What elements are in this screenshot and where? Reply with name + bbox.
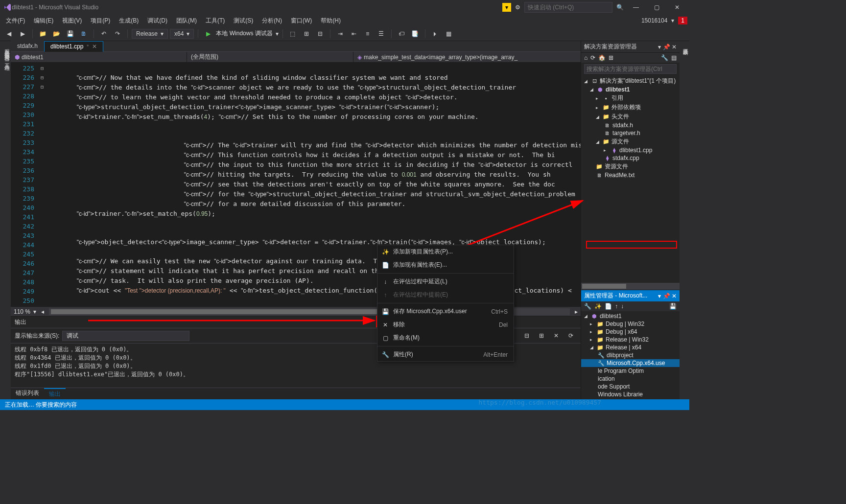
notification-count[interactable]: 1	[678, 17, 687, 24]
ctx-remove[interactable]: ✕移除Del	[377, 318, 514, 331]
save-button[interactable]: 💾	[64, 28, 76, 40]
menu-project[interactable]: 项目(P)	[87, 16, 114, 26]
prop-release-x64: ◢📁Release | x64	[581, 344, 680, 351]
save-all-button[interactable]: 🗎	[78, 28, 90, 40]
menu-debug[interactable]: 调试(D)	[143, 16, 171, 26]
close-button[interactable]: ✕	[669, 1, 685, 14]
tb-icon-7[interactable]: ☰	[376, 28, 387, 40]
tb-icon-1[interactable]: ⬚	[287, 28, 299, 40]
tab-dlibtest1[interactable]: dlibtest1.cpp⁺✕	[44, 41, 103, 52]
open-file-button[interactable]: 📂	[50, 28, 62, 40]
tb-icon-11[interactable]: ▦	[443, 28, 455, 40]
feedback-icon[interactable]: ⚙	[515, 4, 520, 11]
menu-tools[interactable]: 工具(T)	[202, 16, 229, 26]
right-tool-rail[interactable]: 诊断工具	[680, 41, 689, 399]
se-refresh-icon[interactable]: ⟳	[590, 54, 595, 61]
menu-team[interactable]: 团队(M)	[172, 16, 201, 26]
tab-output[interactable]: 输出	[44, 388, 66, 399]
tab-errorlist[interactable]: 错误列表	[11, 388, 44, 399]
menu-help[interactable]: 帮助(H)	[317, 16, 345, 26]
save-prop-icon[interactable]: 💾	[669, 303, 677, 310]
menu-window[interactable]: 窗口(W)	[287, 16, 316, 26]
fold-gutter[interactable]: ⊟ ⊟ ⊟	[38, 63, 46, 306]
nav-scope[interactable]: (全局范围)	[187, 52, 353, 62]
left-tool-rail[interactable]: 服务器资源管理器 工具箱	[0, 41, 11, 399]
ctx-add-new-sheet[interactable]: ✨添加新项目属性表(P)...	[377, 245, 514, 258]
output-tb-4[interactable]: ✕	[550, 330, 562, 342]
menu-build[interactable]: 生成(B)	[115, 16, 142, 26]
search-icon[interactable]: 🔍	[616, 4, 624, 11]
debugger-label[interactable]: 本地 Windows 调试器	[216, 29, 272, 38]
tb-icon-4[interactable]: ⇥	[334, 28, 346, 40]
wrench-icon[interactable]: 🔧	[584, 303, 591, 310]
new-project-button[interactable]: 📁	[37, 28, 48, 40]
solution-tree[interactable]: ◢⊡解决方案"dlibtest1"(1 个项目) ◢⬢dlibtest1 ▸▪引…	[581, 75, 680, 283]
tb-icon-2[interactable]: ⊞	[301, 28, 312, 40]
menu-file[interactable]: 文件(F)	[2, 16, 29, 26]
add-sheet-icon[interactable]: ✨	[594, 303, 602, 310]
se-preview-icon[interactable]: ▤	[671, 54, 677, 61]
ctx-save[interactable]: 💾保存 Microsoft.Cpp.x64.userCtrl+S	[377, 305, 514, 318]
line-gutter: 225 226 227 228 229 230 231 232 233 234 …	[11, 63, 38, 306]
prop-extra-4: Windows Librarie	[581, 390, 680, 398]
se-scrollbar[interactable]	[581, 283, 680, 290]
user-id[interactable]: 15016104	[641, 17, 667, 24]
ctx-properties[interactable]: 🔧属性(R)Alt+Enter	[377, 348, 514, 361]
add-existing-icon[interactable]: 📄	[605, 303, 612, 310]
node-stdafx-h: 🗎stdafx.h	[581, 121, 680, 129]
tab-close-icon[interactable]: ✕	[92, 43, 97, 50]
ctx-rename[interactable]: ▢重命名(M)	[377, 331, 514, 344]
tb-icon-10[interactable]: ⏵	[429, 28, 441, 40]
tb-icon-6[interactable]: ≡	[362, 28, 374, 40]
quick-launch-input[interactable]	[524, 2, 612, 13]
redo-button[interactable]: ↷	[112, 28, 123, 40]
ctx-add-existing-sheet[interactable]: 📄添加现有属性表(E)...	[377, 258, 514, 272]
node-dlibtest1-cpp: ▸⧫dlibtest1.cpp	[581, 146, 680, 154]
prop-extra-2: ication	[581, 375, 680, 383]
config-combo[interactable]: Release ▾	[132, 29, 168, 39]
start-debug-button[interactable]: ▶	[202, 28, 214, 40]
output-tb-3[interactable]: ⊞	[536, 330, 547, 342]
nav-fwd-button[interactable]: ▶	[17, 28, 28, 40]
down-icon[interactable]: ↓	[621, 303, 624, 310]
property-tree[interactable]: ◢⬢dlibtest1 ▸📁Debug | Win32 ▸📁Debug | x6…	[581, 311, 680, 399]
property-manager-title: 属性管理器 - Microsoft... ▾ 📌 ✕	[581, 290, 680, 301]
tb-icon-5[interactable]: ⇤	[348, 28, 360, 40]
panel-dropdown-icon[interactable]: ▾	[658, 44, 661, 50]
up-icon[interactable]: ↑	[615, 303, 618, 310]
tb-icon-3[interactable]: ⊟	[314, 28, 326, 40]
minimize-button[interactable]: —	[628, 1, 644, 14]
notification-flag-icon[interactable]: ▾	[502, 3, 511, 12]
se-home-icon[interactable]: ⌂	[584, 54, 588, 61]
platform-combo[interactable]: x64 ▾	[170, 29, 194, 39]
tab-pin-icon[interactable]: ⁺	[86, 43, 89, 50]
output-source-combo[interactable]: 调试	[62, 331, 189, 341]
solution-search-input[interactable]	[584, 64, 677, 74]
zoom-level[interactable]: 110 %	[14, 308, 30, 315]
se-prop-icon[interactable]: 🔧	[661, 54, 668, 61]
menu-analyze[interactable]: 分析(N)	[258, 16, 286, 26]
watermark: https://blog.csdn.net/u010989457	[479, 399, 601, 406]
tb-icon-8[interactable]: 🏷	[396, 28, 407, 40]
menu-test[interactable]: 测试(S)	[230, 16, 257, 26]
maximize-button[interactable]: ▢	[648, 1, 665, 14]
tb-icon-9[interactable]: 📑	[409, 28, 421, 40]
prop-extra-1: le Program Optim	[581, 367, 680, 375]
output-source-label: 显示输出来源(S):	[15, 332, 59, 340]
ctx-delay-eval[interactable]: ↓在评估过程中延迟(L)	[377, 275, 514, 288]
undo-button[interactable]: ↶	[98, 28, 110, 40]
menu-view[interactable]: 视图(V)	[58, 16, 86, 26]
nav-back-button[interactable]: ◀	[3, 28, 15, 40]
tab-stdafx[interactable]: stdafx.h	[11, 41, 44, 51]
output-tb-2[interactable]: ⊟	[521, 330, 533, 342]
se-sync-icon[interactable]: 🏠	[598, 54, 606, 61]
nav-function[interactable]: ◈make_simple_test_data<image_array_type>…	[353, 52, 581, 62]
output-tb-5[interactable]: ⟳	[565, 330, 577, 342]
pin-icon[interactable]: 📌	[663, 44, 670, 50]
nav-project[interactable]: ⬢dlibtest1	[11, 52, 187, 62]
menu-edit[interactable]: 编辑(E)	[30, 16, 57, 26]
node-targetver-h: 🗎targetver.h	[581, 129, 680, 137]
se-showall-icon[interactable]: ⊞	[609, 54, 613, 61]
panel-close-icon[interactable]: ✕	[672, 44, 677, 50]
context-menu: ✨添加新项目属性表(P)... 📄添加现有属性表(E)... ↓在评估过程中延迟…	[377, 245, 514, 362]
